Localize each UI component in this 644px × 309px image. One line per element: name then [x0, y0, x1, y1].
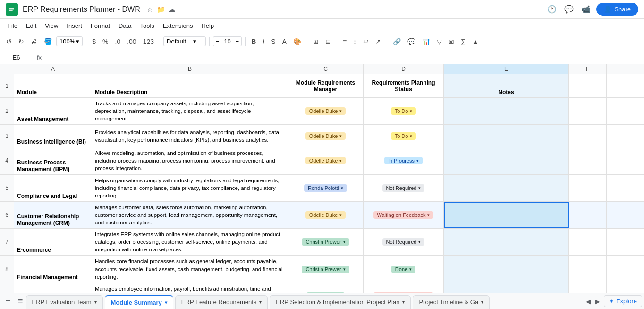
- menu-extensions[interactable]: Extensions: [159, 21, 197, 31]
- font-select[interactable]: Default... ▾: [163, 36, 206, 46]
- cell-e1[interactable]: Notes: [444, 74, 569, 97]
- cell-d2[interactable]: To Do ▾: [364, 98, 444, 124]
- link-button[interactable]: 🔗: [390, 36, 403, 47]
- cell-e2[interactable]: [444, 98, 569, 124]
- cell-c7[interactable]: Christin Prewer ▾: [288, 229, 364, 255]
- italic-button[interactable]: I: [260, 36, 267, 47]
- menu-insert[interactable]: Insert: [63, 21, 86, 31]
- add-sheet-button[interactable]: +: [2, 296, 15, 306]
- cell-b6[interactable]: Manages customer data, sales force autom…: [92, 202, 288, 228]
- cell-c2[interactable]: Odelle Duke ▾: [288, 98, 364, 124]
- more-formats[interactable]: 123: [141, 36, 156, 47]
- star-icon[interactable]: ☆: [147, 6, 153, 13]
- cell-a5[interactable]: Compliance and Legal: [14, 175, 92, 201]
- sheet-tab-1[interactable]: Module Summary▾: [105, 295, 173, 309]
- col-header-b[interactable]: B: [92, 64, 288, 74]
- cell-e3[interactable]: [444, 125, 569, 147]
- cell-c1[interactable]: Module Requirements Manager: [288, 74, 364, 97]
- col-header-c[interactable]: C: [288, 64, 364, 74]
- cell-c4[interactable]: Odelle Duke ▾: [288, 147, 364, 174]
- cell-d3[interactable]: To Do ▾: [364, 125, 444, 147]
- cell-b2[interactable]: Tracks and manages company assets, inclu…: [92, 98, 288, 124]
- explore-button[interactable]: ✦ Explore: [604, 295, 642, 307]
- highlight-button[interactable]: 🎨: [291, 36, 304, 47]
- col-header-f[interactable]: F: [569, 64, 607, 74]
- menu-format[interactable]: Format: [87, 21, 114, 31]
- sheet-tab-3[interactable]: ERP Selection & Implementation Project P…: [270, 295, 411, 309]
- col-header-d[interactable]: D: [364, 64, 444, 74]
- sheet-tab-2[interactable]: ERP Feature Requirements▾: [175, 295, 268, 309]
- cell-d1[interactable]: Requirements Planning Status: [364, 74, 444, 97]
- increase-decimal[interactable]: .00: [125, 36, 138, 47]
- col-header-a[interactable]: A: [14, 64, 92, 74]
- collapse-toolbar-button[interactable]: ▲: [470, 36, 481, 47]
- menu-edit[interactable]: Edit: [22, 21, 40, 31]
- cell-d7[interactable]: Not Required ▾: [364, 229, 444, 255]
- bold-button[interactable]: B: [249, 36, 258, 47]
- cell-d8[interactable]: Done ▾: [364, 256, 444, 282]
- wrap-button[interactable]: ↩: [361, 36, 371, 47]
- strikethrough-button[interactable]: S: [269, 36, 278, 47]
- currency-button[interactable]: $: [90, 36, 98, 47]
- cell-b7[interactable]: Integrates ERP systems with online sales…: [92, 229, 288, 255]
- cell-a8[interactable]: Financial Management: [14, 256, 92, 282]
- cell-a1[interactable]: Module: [14, 74, 92, 97]
- cell-f1[interactable]: [569, 74, 607, 97]
- borders-button[interactable]: ⊞: [311, 36, 321, 47]
- increase-font-size[interactable]: +: [233, 37, 242, 46]
- cell-d6[interactable]: Waiting on Feedback ▾: [364, 202, 444, 228]
- decrease-decimal[interactable]: .0: [113, 36, 123, 47]
- redo-button[interactable]: ↻: [16, 36, 26, 47]
- functions-button[interactable]: ∑: [458, 36, 468, 47]
- menu-view[interactable]: View: [41, 21, 62, 31]
- zoom-control[interactable]: 100% ▾: [56, 36, 83, 46]
- formula-input[interactable]: [45, 54, 644, 61]
- cell-a3[interactable]: Business Intelligence (BI): [14, 125, 92, 147]
- cell-d5[interactable]: Not Required ▾: [364, 175, 444, 201]
- cell-c6[interactable]: Odelle Duke ▾: [288, 202, 364, 228]
- text-color-button[interactable]: A: [280, 36, 289, 47]
- share-button[interactable]: 👤 Share: [596, 3, 638, 16]
- cell-c9[interactable]: Rory Lyvon ▾: [288, 283, 364, 293]
- cell-f8[interactable]: [569, 256, 607, 282]
- decrease-font-size[interactable]: −: [213, 37, 222, 46]
- paint-format-button[interactable]: 🪣: [42, 36, 54, 47]
- cell-b5[interactable]: Helps organisations comply with industry…: [92, 175, 288, 201]
- cell-b9[interactable]: Manages employee information, payroll, b…: [92, 283, 288, 293]
- sheet-tab-4[interactable]: Project Timeline & Ga▾: [413, 295, 490, 309]
- cell-b8[interactable]: Handles core financial processes such as…: [92, 256, 288, 282]
- cell-e5[interactable]: [444, 175, 569, 201]
- cell-a6[interactable]: Customer Relationship Management (CRM): [14, 202, 92, 228]
- cell-b4[interactable]: Allows modeling, automation, and optimis…: [92, 147, 288, 174]
- history-icon[interactable]: 🕐: [545, 3, 559, 16]
- merge-cells-button[interactable]: ⊟: [323, 36, 333, 47]
- cell-b3[interactable]: Provides analytical capabilities for dat…: [92, 125, 288, 147]
- tab-prev-button[interactable]: ◀: [584, 298, 593, 305]
- valign-button[interactable]: ↕: [351, 36, 359, 47]
- cell-d4[interactable]: In Progress ▾: [364, 147, 444, 174]
- align-button[interactable]: ≡: [340, 36, 349, 47]
- cell-e7[interactable]: [444, 229, 569, 255]
- cell-f2[interactable]: [569, 98, 607, 124]
- menu-data[interactable]: Data: [115, 21, 135, 31]
- cell-f5[interactable]: [569, 175, 607, 201]
- filter-button[interactable]: ▽: [434, 36, 444, 47]
- cell-f9[interactable]: [569, 283, 607, 293]
- cell-a4[interactable]: Business Process Management (BPM): [14, 147, 92, 174]
- video-icon[interactable]: 📹: [579, 3, 593, 16]
- print-button[interactable]: 🖨: [28, 36, 40, 47]
- freeze-button[interactable]: ⊠: [446, 36, 457, 47]
- cell-a2[interactable]: Asset Management: [14, 98, 92, 124]
- menu-help[interactable]: Help: [197, 21, 218, 31]
- percent-button[interactable]: %: [100, 36, 110, 47]
- cell-e8[interactable]: [444, 256, 569, 282]
- cell-f4[interactable]: [569, 147, 607, 174]
- cell-f6[interactable]: [569, 202, 607, 228]
- cell-a7[interactable]: E-commerce: [14, 229, 92, 255]
- tab-next-button[interactable]: ▶: [593, 298, 602, 305]
- folder-icon[interactable]: 📁: [157, 6, 165, 13]
- undo-button[interactable]: ↺: [4, 36, 14, 47]
- cell-d9[interactable]: Waiting on Feedback ▾: [364, 283, 444, 293]
- cell-b1[interactable]: Module Description: [92, 74, 288, 97]
- cell-e6[interactable]: [444, 202, 569, 228]
